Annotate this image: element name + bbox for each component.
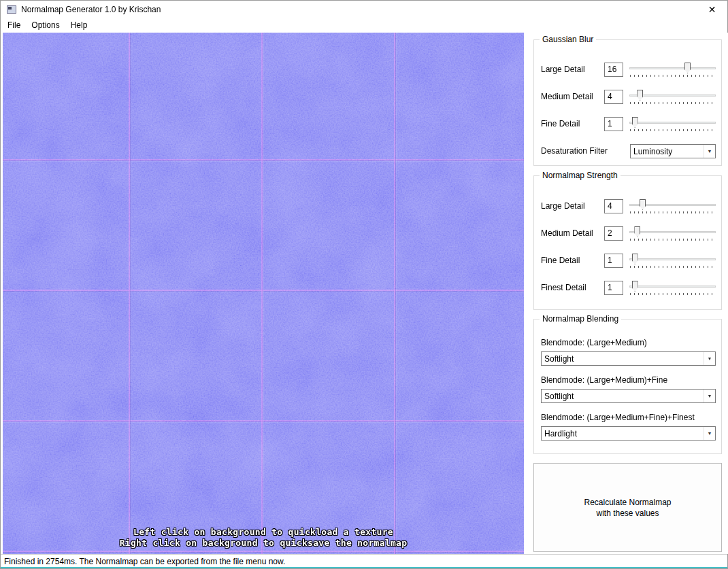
menu-help[interactable]: Help xyxy=(65,18,93,33)
strength-medium-detail-label: Medium Detail xyxy=(541,228,593,238)
blendmode-1-dropdown[interactable]: Softlight ▼ xyxy=(541,351,716,366)
slider-ticks xyxy=(630,211,715,213)
strength-finest-detail-slider[interactable] xyxy=(629,281,716,296)
slider-ticks xyxy=(630,129,715,131)
strength-medium-detail-slider[interactable] xyxy=(629,226,716,241)
control-panel: Gaussian Blur Large Detail 16 Medium Det… xyxy=(524,33,728,554)
app-icon xyxy=(7,5,16,14)
desaturation-filter-dropdown[interactable]: Luminosity ▼ xyxy=(630,144,716,158)
strength-large-detail-slider[interactable] xyxy=(629,199,716,214)
chevron-down-icon[interactable]: ▼ xyxy=(704,352,715,365)
blendmode-3-label: Blendmode: (Large+Medium+Fine)+Finest xyxy=(541,413,695,422)
menu-file[interactable]: File xyxy=(2,18,26,33)
blendmode-2-value: Softlight xyxy=(542,392,704,401)
slider-thumb[interactable] xyxy=(640,199,646,210)
close-button[interactable]: ✕ xyxy=(697,1,727,18)
gaussian-blur-group: Gaussian Blur Large Detail 16 Medium Det… xyxy=(533,39,722,166)
normalmap-blending-group: Normalmap Blending Blendmode: (Large+Med… xyxy=(533,319,722,454)
recalculate-button[interactable]: Recalculate Normalmap with these values xyxy=(533,463,722,552)
blendmode-1-label: Blendmode: (Large+Medium) xyxy=(541,338,647,347)
slider-ticks xyxy=(630,293,715,295)
normalmap-blending-title: Normalmap Blending xyxy=(540,314,621,324)
hint-line-1: Left click on background to quickload a … xyxy=(3,527,524,538)
blendmode-1-value: Softlight xyxy=(542,354,704,364)
strength-finest-detail-label: Finest Detail xyxy=(541,283,586,292)
gaussian-fine-detail-label: Fine Detail xyxy=(541,119,580,128)
gaussian-fine-detail-slider[interactable] xyxy=(629,117,716,132)
menu-options[interactable]: Options xyxy=(26,18,65,33)
status-bar: Finished in 2754ms. The Normalmap can be… xyxy=(1,554,727,568)
slider-thumb[interactable] xyxy=(637,90,643,101)
strength-fine-detail-slider[interactable] xyxy=(629,254,716,269)
slider-ticks xyxy=(630,102,715,104)
menu-bar: File Options Help xyxy=(1,18,727,33)
chevron-down-icon[interactable]: ▼ xyxy=(704,427,715,440)
title-bar: Normalmap Generator 1.0 by Krischan ✕ xyxy=(1,1,727,18)
gaussian-medium-detail-slider[interactable] xyxy=(629,90,716,105)
desaturation-filter-label: Desaturation Filter xyxy=(541,146,608,156)
app-window: Normalmap Generator 1.0 by Krischan ✕ Fi… xyxy=(0,0,728,569)
slider-ticks xyxy=(630,266,715,268)
strength-fine-detail-input[interactable]: 1 xyxy=(604,254,623,268)
blendmode-3-dropdown[interactable]: Hardlight ▼ xyxy=(541,426,716,441)
status-text: Finished in 2754ms. The Normalmap can be… xyxy=(4,557,285,566)
chevron-down-icon[interactable]: ▼ xyxy=(704,145,715,158)
gaussian-medium-detail-row: Medium Detail 4 xyxy=(534,90,721,105)
slider-thumb[interactable] xyxy=(632,254,638,264)
slider-track[interactable] xyxy=(629,67,716,69)
slider-ticks xyxy=(630,239,715,241)
strength-medium-detail-input[interactable]: 2 xyxy=(604,226,623,241)
slider-ticks xyxy=(630,75,715,77)
chevron-down-icon[interactable]: ▼ xyxy=(704,390,715,402)
slider-thumb[interactable] xyxy=(634,226,640,237)
slider-track[interactable] xyxy=(629,122,716,124)
slider-track[interactable] xyxy=(629,258,716,260)
texture-grain-noise xyxy=(3,33,524,554)
slider-thumb[interactable] xyxy=(632,117,638,128)
strength-medium-detail-row: Medium Detail 2 xyxy=(534,226,721,241)
texture-blotch-noise xyxy=(3,33,524,554)
strength-large-detail-row: Large Detail 4 xyxy=(534,199,721,214)
normalmap-preview-canvas[interactable]: Left click on background to quickload a … xyxy=(3,33,524,554)
slider-track[interactable] xyxy=(629,286,716,288)
gaussian-fine-detail-input[interactable]: 1 xyxy=(604,117,623,131)
gaussian-large-detail-row: Large Detail 16 xyxy=(534,63,721,77)
normalmap-strength-group: Normalmap Strength Large Detail 4 Medium… xyxy=(533,175,722,310)
gaussian-large-detail-label: Large Detail xyxy=(541,65,585,74)
recalculate-button-line2: with these values xyxy=(596,508,659,519)
strength-finest-detail-row: Finest Detail 1 xyxy=(534,281,721,296)
gaussian-large-detail-slider[interactable] xyxy=(629,63,716,77)
gaussian-medium-detail-input[interactable]: 4 xyxy=(604,90,623,104)
strength-finest-detail-input[interactable]: 1 xyxy=(604,281,623,295)
blendmode-2-dropdown[interactable]: Softlight ▼ xyxy=(541,389,716,403)
gaussian-blur-title: Gaussian Blur xyxy=(540,35,596,44)
desaturation-filter-value: Luminosity xyxy=(631,147,704,156)
strength-fine-detail-label: Fine Detail xyxy=(541,256,580,265)
window-title: Normalmap Generator 1.0 by Krischan xyxy=(21,5,161,14)
slider-track[interactable] xyxy=(629,231,716,233)
strength-large-detail-input[interactable]: 4 xyxy=(604,199,623,213)
recalculate-button-line1: Recalculate Normalmap xyxy=(584,497,671,508)
gaussian-large-detail-input[interactable]: 16 xyxy=(604,63,623,77)
hint-line-2: Right click on background to quicksave t… xyxy=(3,538,524,549)
strength-fine-detail-row: Fine Detail 1 xyxy=(534,254,721,269)
preview-hint-text: Left click on background to quickload a … xyxy=(3,527,524,549)
window-bottom-edge xyxy=(1,567,727,568)
blendmode-2-label: Blendmode: (Large+Medium)+Fine xyxy=(541,375,667,385)
gaussian-medium-detail-label: Medium Detail xyxy=(541,92,593,101)
gaussian-fine-detail-row: Fine Detail 1 xyxy=(534,117,721,132)
slider-thumb[interactable] xyxy=(632,281,638,292)
normalmap-strength-title: Normalmap Strength xyxy=(540,171,621,180)
blendmode-3-value: Hardlight xyxy=(542,429,704,438)
slider-thumb[interactable] xyxy=(684,63,691,73)
strength-large-detail-label: Large Detail xyxy=(541,201,585,211)
